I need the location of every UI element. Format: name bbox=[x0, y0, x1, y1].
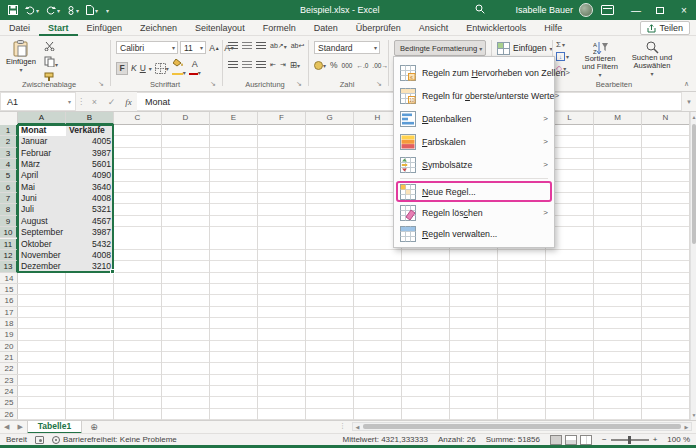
redo-button[interactable]: ▾ bbox=[46, 6, 60, 15]
row-header-3[interactable]: 3 bbox=[0, 148, 18, 159]
fill-button[interactable]: ↓▾ bbox=[556, 51, 569, 62]
row-header-8[interactable]: 8 bbox=[0, 204, 18, 215]
share-button[interactable]: Teilen bbox=[640, 21, 690, 35]
new-document-button[interactable]: ▾ bbox=[86, 5, 98, 15]
save-icon[interactable] bbox=[8, 5, 18, 15]
zoom-level[interactable]: 100 % bbox=[667, 435, 690, 444]
clipboard-dialog-launcher-icon[interactable]: ↘ bbox=[98, 80, 104, 88]
align-right-button[interactable] bbox=[256, 61, 266, 69]
ribbon-tab-entwicklertools[interactable]: Entwicklertools bbox=[457, 20, 535, 36]
row-header-2[interactable]: 2 bbox=[0, 136, 18, 147]
ribbon-tab-ansicht[interactable]: Ansicht bbox=[410, 20, 458, 36]
search-icon[interactable] bbox=[475, 4, 485, 16]
menu-item-new-rule[interactable]: Neue Regel... bbox=[396, 181, 552, 202]
zoom-out-icon[interactable]: − bbox=[602, 435, 607, 444]
horizontal-scrollbar-thumb[interactable] bbox=[363, 424, 681, 429]
cells-area[interactable]: MonatVerkäufeJanuar4005Februar3987März56… bbox=[18, 125, 690, 420]
increase-font-size-button[interactable]: A▲ bbox=[208, 41, 221, 54]
close-button[interactable]: × bbox=[672, 0, 696, 20]
increase-decimal-button[interactable]: ←.0 bbox=[356, 62, 368, 69]
align-middle-button[interactable] bbox=[242, 42, 252, 50]
find-select-button[interactable]: Suchen und Auswählen ▾ bbox=[628, 41, 676, 78]
page-layout-view-icon[interactable] bbox=[565, 435, 577, 445]
ribbon-display-options-icon[interactable] bbox=[601, 5, 614, 15]
row-header-22[interactable]: 22 bbox=[0, 363, 18, 374]
accounting-format-button[interactable]: ▾ bbox=[314, 61, 326, 70]
column-header-m[interactable]: M bbox=[594, 112, 642, 125]
font-color-button[interactable]: A▾ bbox=[189, 60, 201, 77]
zoom-in-icon[interactable]: + bbox=[653, 435, 658, 444]
ribbon-tab-zeichnen[interactable]: Zeichnen bbox=[131, 20, 186, 36]
zoom-slider[interactable] bbox=[611, 439, 649, 441]
font-dialog-launcher-icon[interactable]: ↘ bbox=[210, 80, 216, 88]
menu-item-data-bars[interactable]: Datenbalken> bbox=[394, 107, 554, 130]
row-header-9[interactable]: 9 bbox=[0, 216, 18, 227]
namebox-splitter[interactable]: ⋮ bbox=[76, 92, 86, 111]
underline-button[interactable]: U bbox=[140, 63, 146, 73]
scroll-down-icon[interactable]: ▼ bbox=[691, 410, 696, 420]
zoom-slider-thumb[interactable] bbox=[628, 436, 631, 444]
user-avatar[interactable] bbox=[579, 3, 593, 17]
insert-function-icon[interactable]: fx bbox=[120, 92, 137, 111]
autosum-button[interactable]: Σ▾ bbox=[556, 39, 569, 50]
row-header-25[interactable]: 25 bbox=[0, 397, 18, 408]
row-header-1[interactable]: 1 bbox=[0, 125, 18, 136]
ribbon-tab-seitenlayout[interactable]: Seitenlayout bbox=[186, 20, 254, 36]
user-name[interactable]: Isabelle Bauer bbox=[515, 5, 573, 15]
column-header-n[interactable]: N bbox=[642, 112, 690, 125]
copy-button[interactable]: ▾ bbox=[44, 56, 58, 69]
scrollbar-splitter[interactable]: ⋮ bbox=[339, 422, 346, 430]
add-sheet-icon[interactable]: ⊕ bbox=[82, 422, 106, 432]
row-header-18[interactable]: 18 bbox=[0, 318, 18, 329]
increase-indent-button[interactable]: ⇥ bbox=[280, 61, 286, 69]
underline-dropdown-icon[interactable]: ▾ bbox=[149, 65, 152, 72]
align-left-button[interactable] bbox=[228, 61, 238, 69]
row-header-23[interactable]: 23 bbox=[0, 375, 18, 386]
menu-item-color-scales[interactable]: Farbskalen> bbox=[394, 130, 554, 153]
row-header-14[interactable]: 14 bbox=[0, 273, 18, 284]
borders-button[interactable]: ▾ bbox=[155, 63, 169, 74]
align-bottom-button[interactable] bbox=[256, 42, 266, 50]
row-header-6[interactable]: 6 bbox=[0, 182, 18, 193]
ribbon-tab-überprüfen[interactable]: Überprüfen bbox=[347, 20, 410, 36]
orientation-button[interactable]: ab↗▾ bbox=[270, 42, 287, 50]
vertical-scrollbar[interactable]: ▲ ▼ bbox=[690, 112, 696, 420]
italic-button[interactable]: K bbox=[131, 63, 137, 73]
menu-item-icon-sets[interactable]: Symbolsätze> bbox=[394, 153, 554, 176]
confirm-entry-icon[interactable]: ✓ bbox=[103, 92, 120, 111]
conditional-formatting-button[interactable]: Bedingte Formatierung ▾ bbox=[394, 40, 486, 56]
menu-item-highlight-cells-rules[interactable]: ≤Regeln zum Hervorheben von Zellen> bbox=[394, 61, 554, 84]
row-header-7[interactable]: 7 bbox=[0, 193, 18, 204]
row-header-10[interactable]: 10 bbox=[0, 227, 18, 238]
next-sheet-icon[interactable]: ▶ bbox=[13, 423, 26, 431]
fill-color-button[interactable]: ▾ bbox=[172, 59, 186, 77]
ribbon-tab-daten[interactable]: Daten bbox=[305, 20, 347, 36]
column-header-f[interactable]: F bbox=[258, 112, 306, 125]
percent-style-button[interactable]: % bbox=[330, 60, 338, 70]
row-header-15[interactable]: 15 bbox=[0, 284, 18, 295]
row-header-21[interactable]: 21 bbox=[0, 352, 18, 363]
previous-sheet-icon[interactable]: ◀ bbox=[0, 423, 13, 431]
column-header-e[interactable]: E bbox=[210, 112, 258, 125]
page-break-preview-icon[interactable] bbox=[580, 435, 592, 445]
cancel-entry-icon[interactable]: × bbox=[86, 92, 103, 111]
menu-item-top-bottom-rules[interactable]: 10Regeln für oberste/unterste Werte> bbox=[394, 84, 554, 107]
cut-button[interactable] bbox=[44, 41, 58, 53]
sheet-tab-tabelle1[interactable]: Tabelle1 bbox=[27, 421, 82, 434]
touch-mode-button[interactable]: ▾ bbox=[67, 6, 79, 15]
ribbon-tab-formeln[interactable]: Formeln bbox=[254, 20, 305, 36]
font-name-select[interactable]: Calibri▾ bbox=[116, 41, 178, 54]
expand-formula-bar-icon[interactable]: ▼ bbox=[682, 92, 696, 111]
row-header-19[interactable]: 19 bbox=[0, 329, 18, 340]
column-header-g[interactable]: G bbox=[306, 112, 354, 125]
insert-cells-button[interactable]: Einfügen ▾ bbox=[497, 40, 553, 56]
row-header-11[interactable]: 11 bbox=[0, 239, 18, 250]
row-header-4[interactable]: 4 bbox=[0, 159, 18, 170]
row-header-26[interactable]: 26 bbox=[0, 409, 18, 420]
customize-qat-chevron-icon[interactable]: ▾ bbox=[106, 7, 109, 14]
align-center-button[interactable] bbox=[242, 61, 252, 69]
row-header-17[interactable]: 17 bbox=[0, 307, 18, 318]
fill-handle[interactable] bbox=[110, 269, 115, 274]
row-header-16[interactable]: 16 bbox=[0, 295, 18, 306]
menu-item-clear-rules[interactable]: Regeln löschen> bbox=[394, 202, 554, 223]
